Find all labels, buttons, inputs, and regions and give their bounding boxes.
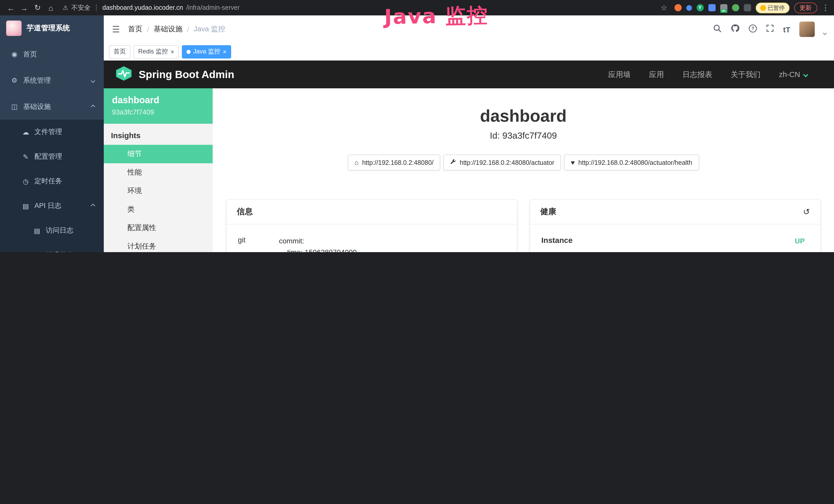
screen: Java 监控 ← → ↻ ⌂ ⚠ 不安全 dashboard.yudao.io… [0,0,834,252]
extension-icon-4[interactable] [708,4,715,11]
sidebar-item-label: 错误日志 [46,251,73,252]
sidebar-item-config-management[interactable]: ✎ 配置管理 [0,144,104,169]
fullscreen-icon[interactable] [766,24,774,35]
sidebar-fold-icon[interactable]: ☰ [104,24,128,35]
url-path: /infra/admin-server [186,4,240,11]
home-icon: ⌂ [354,159,358,166]
sba-logo-icon [115,66,133,83]
locale-label: zh-CN [779,70,800,78]
document-icon: ▤ [33,227,41,234]
help-icon[interactable]: ? [749,24,758,35]
sidebar-item-home[interactable]: ◉ 首页 [0,41,104,67]
reload-icon[interactable]: ↻ [32,3,43,12]
tag-home[interactable]: 首页 [109,45,130,58]
tag-label: Java 监控 [193,47,220,56]
health-value-cell: UP [583,236,805,252]
github-icon[interactable] [731,24,740,35]
chevron-up-icon [91,204,95,208]
sba-nav: 应用墙 应用 日志报表 关于我们 [608,70,761,79]
instance-id: 93a3fc7f7409 [112,108,204,116]
topbar-actions: ? tT [713,22,834,37]
security-label: 不安全 [71,3,91,12]
sidebar-item-infrastructure[interactable]: ◫ 基础设施 [0,93,104,120]
sba-menu-environment[interactable]: 环境 [104,182,213,200]
sba-menu-details[interactable]: 细节 [104,145,213,163]
forward-icon[interactable]: → [19,3,30,12]
browser-menu-icon[interactable]: ⋮ [822,3,829,12]
back-icon[interactable]: ← [5,3,17,12]
gauge-icon: ◉ [10,50,19,58]
health-url-link[interactable]: ♥ http://192.168.0.2:48080/actuator/heal… [564,155,699,170]
info-value: commit: time: 1596289704000 id: 27aa832 … [279,236,501,252]
heart-icon: ♥ [571,159,575,166]
sba-brand-title[interactable]: Spring Boot Admin [139,68,234,81]
sidebar-item-label: 首页 [23,49,37,59]
sidebar-item-error-logs[interactable]: ▤ 错误日志 [0,243,104,252]
tag-label: 首页 [113,47,126,56]
tag-redis-monitor[interactable]: Redis 监控 × [134,45,179,58]
user-avatar[interactable] [799,22,814,37]
address-bar[interactable]: ⚠ 不安全 dashboard.yudao.iocoder.cn/infra/a… [63,3,656,12]
sba-menu-scheduled-tasks[interactable]: 计划任务 [104,237,213,252]
sba-locale-select[interactable]: zh-CN [779,70,807,78]
sidebar-item-access-logs[interactable]: ▤ 访问日志 [0,218,104,243]
link-label: http://192.168.0.2:48080/actuator [460,159,554,166]
sidebar-item-scheduled-tasks[interactable]: ◷ 定时任务 [0,169,104,193]
security-warning-icon: ⚠ [63,4,68,11]
extension-icon-3[interactable]: Y [696,4,704,11]
sba-header: Spring Boot Admin 应用墙 应用 日志报表 关于我们 zh-CN [104,61,834,88]
app-logo-avatar [6,21,22,36]
instance-name: dashboard [112,95,204,106]
instance-url-link[interactable]: ⌂ http://192.168.0.2:48080/ [348,155,440,170]
extension-icon-1[interactable] [674,4,681,11]
sba-instance-header[interactable]: dashboard 93a3fc7f7409 [104,88,213,124]
chrome-update-button[interactable]: 更新 [794,2,817,13]
info-key: git [226,236,279,252]
font-size-icon[interactable]: tT [783,25,790,33]
breadcrumb: 首页 / 基础设施 / Java 监控 [128,25,225,34]
instance-links: ⌂ http://192.168.0.2:48080/ http://192.1… [213,155,834,170]
sba-menu-config-props[interactable]: 配置属性 [104,219,213,237]
app-logo-row[interactable]: 芋道管理系统 [0,16,104,41]
link-label: http://192.168.0.2:48080/actuator/health [578,159,692,166]
smiley-icon [760,5,766,10]
actuator-url-link[interactable]: http://192.168.0.2:48080/actuator [443,155,561,170]
sba-menu-classes[interactable]: 类 [104,200,213,219]
bookmark-star-icon[interactable]: ☆ [658,4,670,12]
sidebar-item-system-management[interactable]: ⚙ 系统管理 [0,67,104,93]
extension-icon-6[interactable] [732,4,739,11]
extension-icon-7[interactable] [744,4,751,11]
cloud-icon: ☁ [22,128,30,136]
history-icon[interactable]: ↺ [803,207,810,217]
sidebar-item-label: 基础设施 [23,102,51,111]
extension-icon-2[interactable] [686,5,692,10]
tag-java-monitor[interactable]: Java 监控 × [182,45,231,58]
instance-title: dashboard [213,106,834,126]
document-icon: ▤ [22,202,30,210]
sba-content: dashboard Id: 93a3fc7f7409 ⌂ http://192.… [213,88,834,252]
sba-nav-wallboard[interactable]: 应用墙 [608,70,631,79]
chevron-up-icon [91,105,95,109]
sba-menu-metrics[interactable]: 性能 [104,163,213,182]
sba-nav-journal[interactable]: 日志报表 [682,70,712,79]
close-icon[interactable]: × [171,48,174,55]
sba-nav-applications[interactable]: 应用 [649,70,664,79]
close-icon[interactable]: × [223,48,226,55]
breadcrumb-item-infrastructure[interactable]: 基础设施 [154,25,182,34]
app-sidebar: 芋道管理系统 ◉ 首页 ⚙ 系统管理 ◫ 基础设施 ☁ [0,16,104,252]
health-instance-row[interactable]: Instance UP [530,228,820,252]
avatar-caret-icon[interactable] [823,31,826,35]
monitor-icon: ◫ [10,103,19,110]
home-icon[interactable]: ⌂ [45,3,57,12]
wrench-icon [450,159,456,166]
sidebar-item-file-management[interactable]: ☁ 文件管理 [0,120,104,144]
app-sidebar-nav: ◉ 首页 ⚙ 系统管理 ◫ 基础设施 ☁ 文件管理 [0,41,104,252]
link-label: http://192.168.0.2:48080/ [362,159,434,166]
sba-nav-about[interactable]: 关于我们 [731,70,761,79]
sidebar-item-api-logs[interactable]: ▤ API 日志 [0,193,104,218]
breadcrumb-item-home[interactable]: 首页 [128,25,142,34]
search-icon[interactable] [713,24,722,35]
profile-paused-badge[interactable]: 已暂停 [755,2,789,13]
chevron-down-icon [91,78,95,83]
extension-icon-5[interactable]: on [720,4,727,11]
